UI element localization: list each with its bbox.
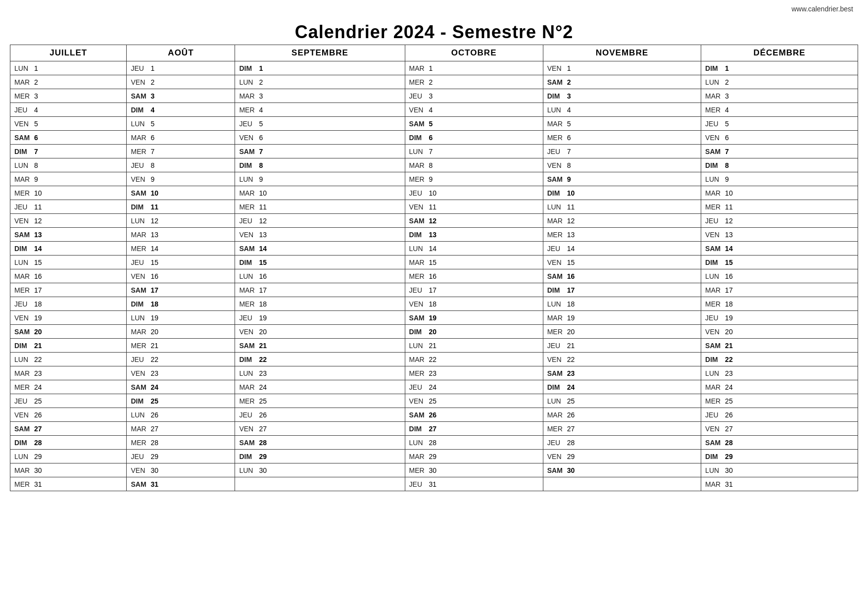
- day-number: 29: [259, 453, 270, 460]
- day-name: SAM: [239, 245, 256, 253]
- day-number: 28: [259, 439, 270, 447]
- day-cell: VEN4: [405, 103, 543, 117]
- day-name: JEU: [239, 314, 256, 322]
- day-cell: VEN26: [10, 408, 127, 422]
- day-number: 10: [429, 189, 440, 197]
- day-name: MAR: [705, 383, 722, 391]
- day-name: LUN: [14, 161, 31, 169]
- day-name: SAM: [705, 342, 722, 350]
- month-header-octobre: OCTOBRE: [405, 45, 543, 61]
- day-name: JEU: [409, 480, 426, 488]
- day-number: 12: [429, 217, 440, 225]
- day-cell: LUN2: [701, 75, 858, 89]
- day-name: DIM: [547, 383, 564, 391]
- day-cell: LUN12: [127, 214, 235, 228]
- day-cell: MER6: [543, 131, 701, 145]
- day-cell: MAR5: [543, 117, 701, 131]
- day-number: 28: [725, 439, 736, 447]
- day-number: 18: [150, 300, 161, 308]
- day-cell: MAR24: [235, 380, 405, 394]
- day-number: 10: [34, 189, 45, 197]
- day-number: 19: [34, 314, 45, 322]
- day-cell: DIM24: [543, 380, 701, 394]
- day-cell: VEN1: [543, 61, 701, 75]
- table-row: DIM14MER14SAM14LUN14JEU14SAM14: [10, 242, 858, 256]
- day-cell: DIM1: [235, 61, 405, 75]
- day-name: DIM: [547, 286, 564, 294]
- day-name: LUN: [547, 106, 564, 114]
- day-number: 2: [34, 78, 45, 86]
- day-name: MAR: [705, 92, 722, 100]
- day-number: 15: [725, 258, 736, 266]
- day-name: MER: [131, 245, 147, 253]
- day-number: 27: [259, 425, 270, 433]
- day-name: LUN: [547, 203, 564, 211]
- day-number: 5: [150, 120, 161, 128]
- day-name: SAM: [409, 120, 426, 128]
- day-number: 17: [259, 286, 270, 294]
- day-name: LUN: [409, 439, 426, 447]
- day-name: MER: [409, 369, 426, 377]
- day-cell: MAR6: [127, 131, 235, 145]
- day-name: SAM: [14, 425, 31, 433]
- day-name: MER: [239, 203, 256, 211]
- day-name: LUN: [239, 272, 256, 280]
- day-number: 6: [567, 134, 578, 142]
- day-name: MER: [705, 106, 722, 114]
- day-cell: MAR27: [127, 422, 235, 436]
- day-cell: JEU12: [235, 214, 405, 228]
- day-number: 25: [567, 397, 578, 405]
- table-row: MAR9VEN9LUN9MER9SAM9LUN9: [10, 172, 858, 186]
- day-number: 21: [429, 342, 440, 350]
- day-cell: MAR12: [543, 214, 701, 228]
- day-cell: DIM29: [235, 450, 405, 463]
- day-number: 5: [567, 120, 578, 128]
- table-row: JEU11DIM11MER11VEN11LUN11MER11: [10, 200, 858, 214]
- day-name: MAR: [547, 120, 564, 128]
- day-number: 19: [429, 314, 440, 322]
- day-cell: SAM14: [701, 242, 858, 256]
- day-cell: DIM18: [127, 297, 235, 311]
- table-row: JEU18DIM18MER18VEN18LUN18MER18: [10, 297, 858, 311]
- day-name: LUN: [547, 397, 564, 405]
- day-name: JEU: [409, 383, 426, 391]
- day-number: 1: [150, 64, 161, 72]
- day-cell: VEN11: [405, 200, 543, 214]
- day-number: 16: [34, 272, 45, 280]
- day-name: LUN: [705, 466, 722, 474]
- day-cell: MER13: [543, 228, 701, 242]
- day-number: 15: [259, 258, 270, 266]
- day-name: VEN: [14, 120, 31, 128]
- day-cell: MAR1: [405, 61, 543, 75]
- day-cell: MER7: [127, 145, 235, 158]
- day-number: 12: [34, 217, 45, 225]
- day-cell: MER28: [127, 436, 235, 450]
- day-cell: JEU8: [127, 158, 235, 172]
- day-name: LUN: [705, 175, 722, 183]
- day-cell: MAR10: [701, 186, 858, 200]
- day-cell: VEN20: [235, 325, 405, 339]
- day-name: LUN: [131, 411, 147, 419]
- day-cell: MER10: [10, 186, 127, 200]
- day-cell: VEN12: [10, 214, 127, 228]
- day-number: 2: [725, 78, 736, 86]
- day-cell: LUN22: [10, 353, 127, 366]
- day-number: 22: [150, 356, 161, 363]
- day-name: VEN: [705, 425, 722, 433]
- day-number: 30: [259, 466, 270, 474]
- day-number: 8: [34, 161, 45, 169]
- table-row: LUN1JEU1DIM1MAR1VEN1DIM1: [10, 61, 858, 75]
- day-cell: MER18: [235, 297, 405, 311]
- day-cell: DIM13: [405, 228, 543, 242]
- day-name: DIM: [14, 439, 31, 447]
- day-number: 8: [429, 161, 440, 169]
- day-number: 30: [567, 466, 578, 474]
- day-name: LUN: [239, 78, 256, 86]
- day-number: 24: [259, 383, 270, 391]
- table-row: SAM6MAR6VEN6DIM6MER6VEN6: [10, 131, 858, 145]
- day-number: 16: [259, 272, 270, 280]
- day-name: VEN: [547, 161, 564, 169]
- day-cell: MAR19: [543, 311, 701, 325]
- day-cell: VEN22: [543, 353, 701, 366]
- day-number: 10: [150, 189, 161, 197]
